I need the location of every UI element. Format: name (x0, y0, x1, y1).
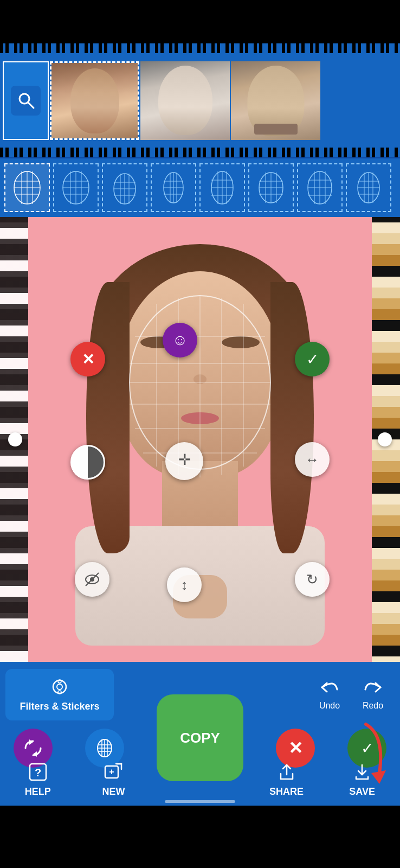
new-icon: + (103, 762, 124, 782)
face-thumb-1[interactable] (50, 61, 139, 140)
mesh-face-svg-3 (108, 168, 141, 207)
mesh-item-3[interactable] (102, 163, 147, 212)
mesh-face-svg-2 (60, 168, 92, 207)
copy-label: COPY (180, 730, 220, 746)
undo-button[interactable]: Undo (308, 673, 351, 716)
mesh-face-svg-8 (352, 168, 385, 207)
home-indicator (165, 800, 235, 803)
mesh-face-svg-4 (157, 168, 190, 207)
film-strip-row (0, 53, 400, 148)
redo-icon (362, 679, 384, 698)
new-label: NEW (102, 786, 125, 797)
brightness-button[interactable] (70, 445, 105, 480)
svg-marker-92 (371, 770, 386, 784)
filters-stickers-button[interactable]: Filters & Stickers (5, 669, 114, 720)
svg-marker-79 (33, 751, 37, 757)
mesh-item-2[interactable] (53, 163, 99, 212)
mesh-item-8[interactable] (346, 163, 391, 212)
face-photo-main (0, 217, 400, 662)
film-strip-area (0, 43, 400, 157)
search-thumb[interactable] (3, 61, 49, 140)
new-icon-wrap: + (101, 760, 125, 784)
mesh-item-7[interactable] (297, 163, 343, 212)
cancel-button[interactable]: ✕ (70, 342, 105, 376)
mesh-face-svg-1 (11, 168, 43, 207)
share-icon-wrap (275, 760, 299, 784)
mesh-face-svg-6 (255, 168, 287, 207)
mesh-face-svg-7 (304, 168, 336, 207)
mesh-item-1[interactable] (4, 163, 50, 212)
search-icon-wrap (11, 86, 41, 116)
red-arrow (341, 719, 390, 789)
nav-help[interactable]: ? HELP (5, 760, 70, 797)
undo-label: Undo (319, 701, 340, 711)
share-icon (276, 762, 297, 782)
visibility-button[interactable] (75, 562, 109, 597)
flip-button[interactable]: ↔ (295, 442, 330, 477)
refresh-icon (23, 738, 43, 758)
move-icon: ✛ (174, 451, 195, 471)
hide-icon (83, 571, 101, 588)
help-icon: ? (28, 762, 48, 782)
mesh-icon (94, 738, 115, 758)
copy-button[interactable]: COPY (157, 694, 243, 781)
face-thumb-3[interactable] (231, 61, 320, 140)
bottom-nav: COPY ✕ ✓ ? HELP (0, 727, 400, 806)
mesh-face-svg-5 (206, 168, 238, 207)
film-perf-bottom (0, 148, 400, 157)
undo-redo-group: Undo Redo (308, 673, 395, 716)
move-button[interactable]: ✛ (165, 442, 203, 480)
undo-icon (319, 679, 340, 698)
face-thumb-2[interactable] (140, 61, 230, 140)
film-perf-top (0, 43, 400, 53)
nav-new[interactable]: + NEW (81, 760, 146, 797)
svg-point-74 (53, 680, 66, 693)
svg-text:?: ? (35, 767, 41, 778)
help-label: HELP (25, 786, 51, 797)
resize-button[interactable]: ↕ (167, 567, 202, 602)
svg-text:✛: ✛ (178, 451, 191, 468)
svg-line-1 (28, 103, 34, 108)
nav-share[interactable]: SHARE (254, 760, 319, 797)
mesh-item-4[interactable] (151, 163, 196, 212)
filters-label: Filters & Stickers (20, 701, 99, 712)
smiley-button[interactable]: ☺ (163, 323, 197, 358)
main-edit-area: ✕ ☺ ✓ ✛ ↔ ↕ ↻ (0, 217, 400, 662)
help-icon-wrap: ? (26, 760, 50, 784)
share-label: SHARE (269, 786, 304, 797)
status-bar (0, 0, 400, 43)
filters-icon (50, 677, 69, 697)
search-icon (16, 91, 36, 110)
mesh-item-6[interactable] (248, 163, 294, 212)
redo-label: Redo (363, 701, 383, 711)
mesh-item-5[interactable] (199, 163, 245, 212)
confirm-button[interactable]: ✓ (295, 342, 330, 376)
svg-text:+: + (109, 767, 114, 776)
svg-marker-78 (29, 739, 33, 745)
redo-button[interactable]: Redo (351, 673, 395, 716)
rotate-button[interactable]: ↻ (295, 562, 330, 597)
svg-point-75 (57, 684, 62, 690)
mesh-strip-area (0, 157, 400, 217)
